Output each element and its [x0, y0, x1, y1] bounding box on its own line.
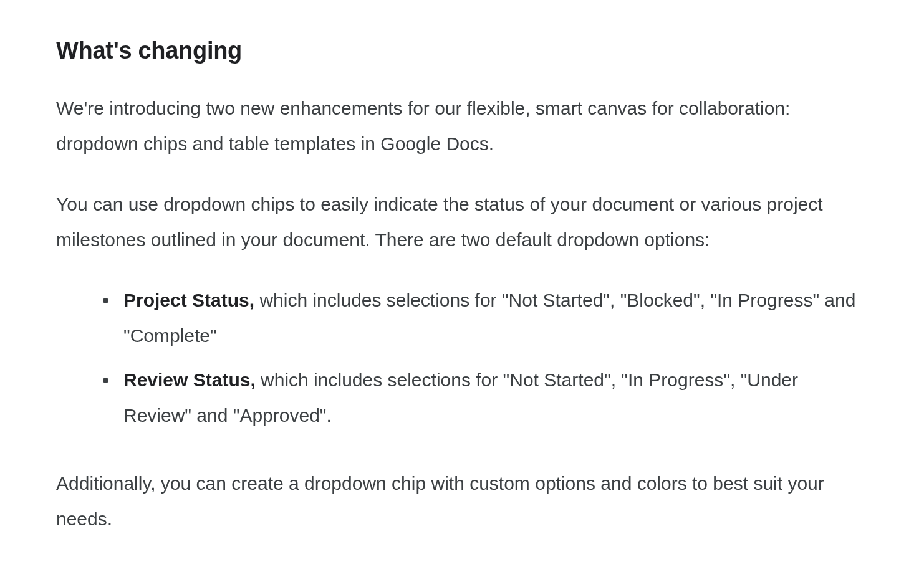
dropdown-options-list: Project Status, which includes selection… — [56, 282, 868, 433]
section-heading: What's changing — [56, 37, 868, 64]
list-item: Review Status, which includes selections… — [118, 362, 868, 433]
closing-paragraph: Additionally, you can create a dropdown … — [56, 465, 868, 536]
list-item: Project Status, which includes selection… — [118, 282, 868, 353]
description-paragraph: You can use dropdown chips to easily ind… — [56, 186, 868, 257]
intro-paragraph: We're introducing two new enhancements f… — [56, 90, 868, 161]
list-item-label: Project Status, — [123, 290, 254, 310]
list-item-label: Review Status, — [123, 370, 256, 390]
